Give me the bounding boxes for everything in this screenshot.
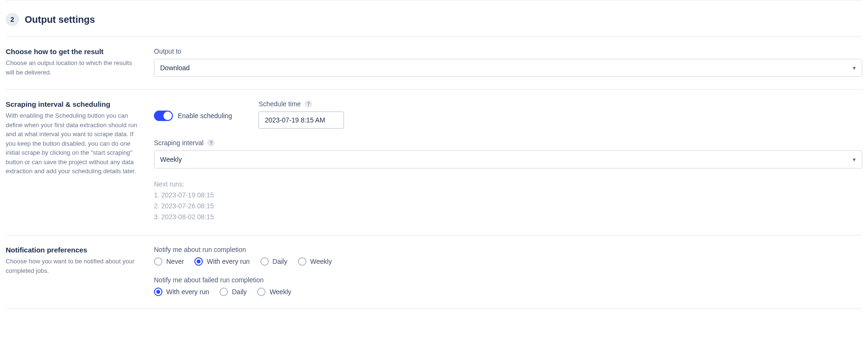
notify-failed-block: Notify me about failed run completion Wi… xyxy=(154,276,862,296)
notify-completion-block: Notify me about run completion Never Wit… xyxy=(154,246,862,266)
radio-label: With every run xyxy=(166,288,209,296)
notify-completion-radio-group: Never With every run Daily Weekly xyxy=(154,257,862,266)
next-run-2: 2. 2023-07-26 08:15 xyxy=(154,201,862,212)
radio-dot xyxy=(197,260,200,263)
toggle-knob xyxy=(163,112,172,120)
output-to-label: Output to xyxy=(154,47,862,55)
radio-label: Daily xyxy=(232,288,247,296)
notify-completion-every-run[interactable]: With every run xyxy=(194,257,249,266)
notify-failed-daily[interactable]: Daily xyxy=(219,288,247,296)
radio-icon xyxy=(260,257,269,266)
enable-scheduling-block: Enable scheduling xyxy=(154,100,232,121)
notifications-right-col: Notify me about run completion Never Wit… xyxy=(154,246,862,296)
radio-icon xyxy=(219,288,228,296)
notify-completion-label: Notify me about run completion xyxy=(154,246,862,253)
notifications-heading: Notification preferences xyxy=(6,246,139,254)
help-icon[interactable]: ? xyxy=(207,139,215,147)
radio-icon xyxy=(298,257,306,266)
output-right-col: Output to Download ▼ xyxy=(154,47,862,77)
next-runs-label: Next runs: xyxy=(154,179,862,190)
next-run-1: 1. 2023-07-19 08:15 xyxy=(154,190,862,201)
notify-failed-every-run[interactable]: With every run xyxy=(154,288,209,296)
radio-icon xyxy=(154,288,162,296)
output-to-select[interactable]: Download xyxy=(154,59,862,77)
radio-label: Weekly xyxy=(310,258,332,265)
scheduling-top-row: Enable scheduling Schedule time ? xyxy=(154,100,862,129)
schedule-time-label: Schedule time ? xyxy=(258,100,344,108)
help-icon[interactable]: ? xyxy=(305,100,312,108)
notify-completion-daily[interactable]: Daily xyxy=(260,257,287,266)
radio-icon xyxy=(154,257,162,266)
scraping-interval-label-text: Scraping interval xyxy=(154,139,203,147)
scheduling-description: With enabling the Scheduling button you … xyxy=(6,111,139,176)
scraping-interval-block: Scraping interval ? Weekly ▼ xyxy=(154,139,862,168)
radio-dot xyxy=(156,290,160,294)
enable-scheduling-toggle[interactable] xyxy=(154,111,173,121)
notify-failed-label: Notify me about failed run completion xyxy=(154,276,862,284)
step-number-badge: 2 xyxy=(6,13,19,26)
enable-scheduling-toggle-row: Enable scheduling xyxy=(154,111,232,121)
scraping-interval-label: Scraping interval ? xyxy=(154,139,862,147)
notify-completion-never[interactable]: Never xyxy=(154,257,184,266)
notify-failed-weekly[interactable]: Weekly xyxy=(257,288,291,296)
next-run-3: 3. 2023-08-02 08:15 xyxy=(154,212,862,223)
next-runs-block: Next runs: 1. 2023-07-19 08:15 2. 2023-0… xyxy=(154,179,862,223)
radio-label: Never xyxy=(166,258,184,265)
schedule-time-input[interactable] xyxy=(258,112,344,129)
radio-icon xyxy=(194,257,203,266)
output-to-select-wrapper: Download ▼ xyxy=(154,59,862,77)
output-settings-row: Choose how to get the result Choose an o… xyxy=(6,37,862,89)
radio-label: Daily xyxy=(273,258,287,265)
scheduling-left-col: Scraping interval & scheduling With enab… xyxy=(6,100,139,223)
scheduling-heading: Scraping interval & scheduling xyxy=(6,100,139,108)
scraping-interval-select-wrapper: Weekly ▼ xyxy=(154,150,862,168)
scraping-interval-select[interactable]: Weekly xyxy=(154,150,862,168)
section-title: Output settings xyxy=(25,14,95,25)
enable-scheduling-label: Enable scheduling xyxy=(178,112,232,120)
notifications-row: Notification preferences Choose how you … xyxy=(6,235,862,308)
scheduling-right-col: Enable scheduling Schedule time ? Scrapi… xyxy=(154,100,862,223)
output-description: Choose an output location to which the r… xyxy=(6,58,139,77)
notify-completion-weekly[interactable]: Weekly xyxy=(298,257,332,266)
notifications-left-col: Notification preferences Choose how you … xyxy=(6,246,139,296)
output-heading: Choose how to get the result xyxy=(6,47,139,56)
schedule-time-block: Schedule time ? xyxy=(258,100,344,129)
radio-label: With every run xyxy=(207,258,249,265)
section-header: 2 Output settings xyxy=(6,0,862,37)
notify-failed-radio-group: With every run Daily Weekly xyxy=(154,288,862,296)
bottom-divider xyxy=(6,308,862,309)
scheduling-row: Scraping interval & scheduling With enab… xyxy=(6,89,862,235)
radio-label: Weekly xyxy=(269,288,291,296)
output-left-col: Choose how to get the result Choose an o… xyxy=(6,47,139,77)
schedule-time-label-text: Schedule time xyxy=(258,100,301,108)
radio-icon xyxy=(257,288,266,296)
notifications-description: Choose how you want to be notified about… xyxy=(6,257,139,275)
